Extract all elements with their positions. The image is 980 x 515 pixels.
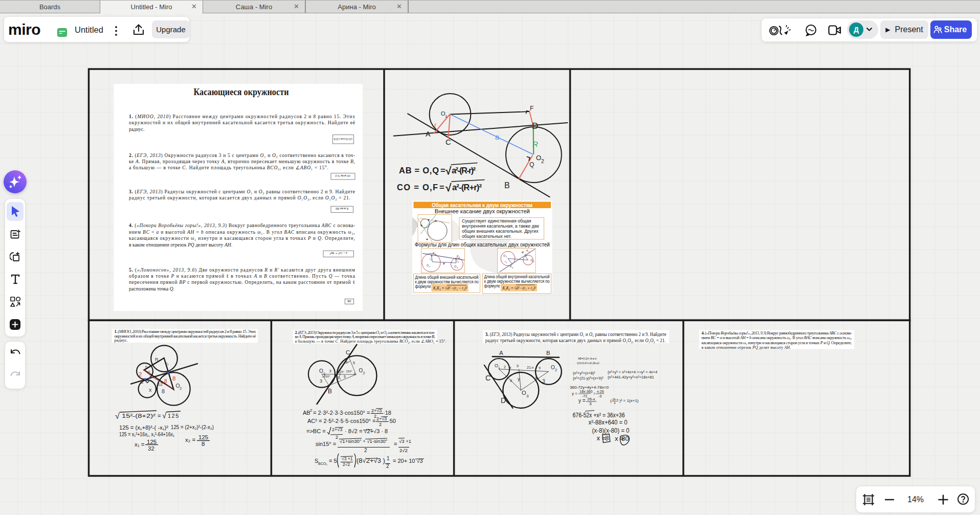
svg-text:4. («Покори Воробьёвы горы!»,: 4. («Покори Воробьёвы горы!», 2013, 9.3)… — [702, 331, 852, 335]
svg-text:R: R — [155, 357, 159, 362]
svg-text:2: 2 — [363, 371, 365, 375]
svg-text:O: O — [522, 390, 526, 396]
svg-text:360-72y+4y+4-78x=0: 360-72y+4y+4-78x=0 — [570, 385, 609, 390]
svg-text:3: 3 — [320, 378, 322, 384]
svg-text:A: A — [499, 350, 503, 356]
svg-text:C: C — [346, 349, 350, 355]
svg-text:x²-88x+640 = 0: x²-88x+640 = 0 — [589, 418, 628, 426]
svg-text:BCO₂: BCO₂ — [318, 462, 327, 465]
svg-text:125: 125 — [198, 434, 208, 440]
svg-text:x: x — [510, 378, 513, 383]
svg-text:1: 1 — [387, 456, 390, 461]
svg-text:радиус.: радиус. — [129, 126, 145, 132]
svg-text:касающаяся окружности ω₁ изнут: касающаяся окружности ω₁ изнутри и касаю… — [702, 341, 852, 345]
svg-text:)² = 1(x+1): )² = 1(x+1) — [619, 398, 639, 403]
svg-text:x =: x = — [597, 434, 606, 442]
svg-text:а большую — в точке C. Найдите: а большую — в точке C. Найдите площадь т… — [295, 339, 447, 344]
svg-text:125: 125 — [168, 413, 180, 419]
svg-text:нием BC = a и высотой AH = h о: нием BC = a и высотой AH = h описана окр… — [702, 335, 852, 340]
svg-text:15°: 15° — [344, 361, 349, 364]
svg-text:150°: 150° — [324, 375, 330, 378]
svg-text:AC² = 2·5²-2·5·5·cos150° =: AC² = 2·5²-2·5·5·cos150° = — [307, 418, 375, 424]
svg-text:a : √a² + 4h²: a : √a² + 4h² — [330, 251, 347, 255]
svg-text:нием BC = a и высотой AH = h о: нием BC = a и высотой AH = h описана окр… — [129, 229, 355, 235]
svg-text:{x²+441-42y+y²=x²+18x+81: {x²+441-42y+y²=x²+18x+81 — [608, 375, 654, 379]
svg-text:ке A. Прямая, проходящая через: ке A. Прямая, проходящая через точку A, … — [129, 159, 355, 164]
svg-text:a²-(R-r)²: a²-(R-r)² — [452, 166, 476, 175]
svg-text:AB: AB — [303, 410, 310, 416]
svg-text:K₁K₂ = √d² −(r₁ + r₂)²: K₁K₂ = √d² −(r₁ + r₂)² — [502, 285, 536, 290]
svg-text:= 5: = 5 — [329, 458, 337, 464]
svg-text:Касающиеся окружности: Касающиеся окружности — [194, 87, 289, 97]
svg-text:√3 +1: √3 +1 — [342, 456, 353, 461]
svg-text:2√2: 2√2 — [343, 462, 350, 467]
svg-text:· 8√2 = √2+√3 · 8: · 8√2 = √2+√3 · 8 — [345, 428, 388, 434]
svg-text:3: 3 — [526, 394, 529, 398]
svg-text:O: O — [359, 368, 363, 373]
svg-text:·18: ·18 — [383, 410, 391, 416]
svg-text:·50: ·50 — [388, 418, 396, 424]
svg-text:1: 1 — [528, 251, 529, 253]
svg-text:-3: -3 — [598, 394, 602, 398]
svg-text:8 или 80: 8 или 80 — [336, 207, 348, 211]
svg-text:5: 5 — [353, 361, 355, 365]
svg-text:676-52x +x² = 36x+36: 676-52x +x² = 36x+36 — [573, 411, 625, 419]
svg-text:26-x: 26-x — [612, 398, 618, 401]
svg-text:2R: 2R — [347, 299, 352, 303]
svg-text:1: 1 — [506, 256, 507, 258]
svg-text:расположена точка Q.: расположена точка Q. — [129, 286, 174, 292]
svg-text:h: h — [145, 365, 147, 369]
svg-text:8: 8 — [172, 375, 175, 382]
svg-text:=>BC =: =>BC = — [306, 428, 326, 434]
svg-text:125 = (x₁+8)²-( -x₁)²: 125 = (x₁+8)²-( -x₁)² — [119, 424, 169, 431]
svg-text:Формулы для длин общих касател: Формулы для длин общих касательных двух … — [415, 241, 550, 248]
svg-text:9: 9 — [539, 366, 541, 370]
svg-text:AB=O,Q=√d-a·d: AB=O,Q=√d-a·d — [578, 357, 596, 360]
svg-text:a: a — [495, 133, 499, 141]
svg-text:sin15° =: sin15° = — [316, 441, 336, 447]
svg-text:C: C — [140, 379, 144, 385]
svg-text:1: 1 — [431, 259, 432, 261]
svg-text:=: = — [593, 392, 595, 395]
svg-text:{x²+y² = x²+4x+4 =>y² = 4x+4: {x²+y² = x²+4x+4 =>y² = 4x+4 — [608, 370, 657, 374]
svg-text:2. (ЕГЭ, 2013) Окружности ради: 2. (ЕГЭ, 2013) Окружности радиусов 3 и 5… — [129, 152, 355, 159]
svg-text:2: 2 — [541, 159, 544, 164]
svg-text:3: 3 — [329, 369, 331, 373]
svg-text:F: F — [530, 105, 533, 112]
svg-text:Существует единственная общая: Существует единственная общая — [462, 218, 531, 223]
svg-text:окружностей и их общей внутрен: окружностей и их общей внутренней касате… — [115, 334, 256, 339]
svg-text:2√2: 2√2 — [399, 447, 408, 453]
svg-text:радиус третьей окружности, кот: радиус третьей окружности, которая касае… — [129, 195, 350, 200]
svg-text:8: 8 — [605, 434, 609, 442]
svg-text:√3 +1: √3 +1 — [399, 438, 411, 444]
svg-text:CO = O,F: CO = O,F — [397, 183, 438, 192]
svg-text:12: 12 — [158, 382, 163, 387]
svg-text:(8√2+√3 ): (8√2+√3 ) — [357, 457, 385, 464]
svg-text:C: C — [446, 138, 451, 146]
svg-text:2: 2 — [555, 368, 557, 372]
svg-text:2: 2 — [504, 365, 506, 369]
svg-text:2: 2 — [148, 370, 150, 375]
svg-text:CO=O,F=√d²-(R+r)²: CO=O,F=√d²-(R+r)² — [577, 362, 599, 365]
svg-text:A: A — [338, 375, 341, 380]
svg-text:2: 2 — [139, 371, 142, 377]
svg-text:10 или 5/2: 10 или 5/2 — [335, 174, 351, 178]
svg-text:O: O — [551, 365, 555, 370]
svg-text:y =: y = — [572, 391, 577, 396]
svg-text:x: x — [149, 387, 152, 393]
svg-text:2: 2 — [336, 435, 338, 440]
svg-text:3: 3 — [614, 401, 616, 405]
svg-text:общих касательных нет.: общих касательных нет. — [462, 234, 511, 239]
svg-text:5. («Ломоносов», 2013, 9.6) Дв: 5. («Ломоносов», 2013, 9.6) Две окружнос… — [129, 267, 355, 273]
svg-text:касающаяся окружности ω₁ изнут: касающаяся окружности ω₁ изнутри и касаю… — [129, 235, 355, 241]
svg-text:√: √ — [446, 165, 452, 176]
svg-text:125: 125 — [147, 439, 157, 445]
svg-text:125 = x₁²+16x₁, x₁²-64+16x₁: 125 = x₁²+16x₁, x₁²-64+16x₁ — [119, 431, 174, 437]
svg-text:3: 3 — [589, 401, 592, 406]
svg-text:x₂ =: x₂ = — [185, 437, 195, 443]
svg-text:√: √ — [162, 411, 167, 420]
svg-text:4. («Покори Воробьёвы горы!»,: 4. («Покори Воробьёвы горы!», 2013, 9.3)… — [129, 222, 355, 229]
svg-text:1: 1 — [429, 265, 430, 268]
svg-text:R: R — [532, 140, 538, 148]
svg-text:(x-8)(x-80) = 0: (x-8)(x-80) = 0 — [592, 427, 630, 434]
